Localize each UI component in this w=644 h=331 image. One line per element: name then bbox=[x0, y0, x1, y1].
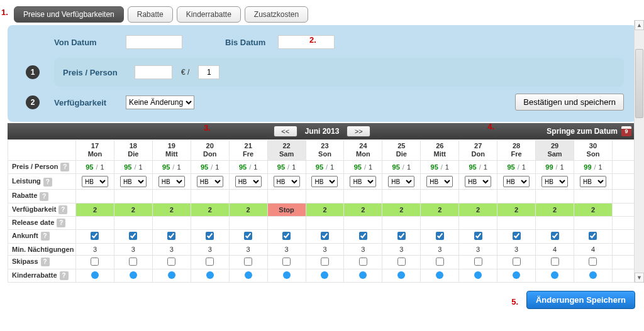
grid-cell[interactable]: 95/1 bbox=[344, 161, 382, 174]
grid-cell[interactable]: 3 bbox=[497, 243, 536, 255]
service-select[interactable]: HB bbox=[311, 176, 338, 187]
scroll-thumb[interactable] bbox=[635, 49, 643, 118]
grid-cell[interactable]: 2 bbox=[382, 203, 421, 216]
service-select[interactable]: HB bbox=[235, 176, 262, 187]
grid-cell[interactable] bbox=[267, 269, 306, 282]
grid-cell[interactable]: 95/1 bbox=[152, 161, 191, 174]
grid-cell[interactable]: 95/1 bbox=[421, 161, 459, 174]
grid-cell[interactable]: 99/1 bbox=[574, 161, 612, 174]
grid-cell[interactable]: HB bbox=[152, 174, 191, 190]
grid-cell[interactable]: 95/1 bbox=[459, 161, 497, 174]
arrival-checkbox[interactable] bbox=[436, 232, 444, 240]
grid-cell[interactable] bbox=[267, 229, 306, 243]
arrival-checkbox[interactable] bbox=[91, 232, 99, 240]
grid-cell[interactable]: 2 bbox=[191, 203, 229, 216]
grid-cell[interactable] bbox=[229, 255, 267, 269]
grid-cell[interactable] bbox=[574, 255, 612, 269]
service-select[interactable]: HB bbox=[503, 176, 530, 187]
grid-cell[interactable]: 2 bbox=[114, 203, 152, 216]
grid-cell[interactable] bbox=[76, 229, 114, 243]
grid-cell[interactable]: 3 bbox=[344, 243, 382, 255]
skipass-checkbox[interactable] bbox=[91, 258, 99, 266]
help-icon[interactable]: ? bbox=[60, 163, 69, 171]
tab-prices-availability[interactable]: Preise und Verfügbarkeiten bbox=[14, 6, 124, 23]
grid-cell[interactable]: Stop bbox=[267, 203, 306, 216]
service-select[interactable]: HB bbox=[274, 176, 300, 187]
grid-cell[interactable] bbox=[114, 255, 152, 269]
grid-cell[interactable]: HB bbox=[229, 174, 267, 190]
grid-cell[interactable] bbox=[191, 269, 229, 282]
help-icon[interactable]: ? bbox=[41, 258, 50, 266]
arrival-checkbox[interactable] bbox=[359, 232, 367, 240]
grid-cell[interactable]: 95/1 bbox=[76, 161, 114, 174]
next-month-button[interactable]: >> bbox=[347, 126, 370, 137]
grid-cell[interactable]: 95/1 bbox=[114, 161, 152, 174]
grid-cell[interactable] bbox=[421, 255, 459, 269]
service-select[interactable]: HB bbox=[197, 176, 223, 187]
grid-cell[interactable]: HB bbox=[76, 174, 114, 190]
grid-cell[interactable] bbox=[459, 255, 497, 269]
skipass-checkbox[interactable] bbox=[129, 258, 137, 266]
jump-to-date[interactable]: Springe zum Datum 9 bbox=[547, 126, 631, 136]
grid-cell[interactable] bbox=[114, 229, 152, 243]
grid-cell[interactable] bbox=[191, 255, 229, 269]
help-icon[interactable]: ? bbox=[60, 271, 69, 280]
scroll-down-arrow-icon[interactable]: ▼ bbox=[635, 273, 644, 283]
arrival-checkbox[interactable] bbox=[206, 232, 214, 240]
grid-cell[interactable] bbox=[152, 255, 191, 269]
scroll-up-arrow-icon[interactable]: ▲ bbox=[635, 20, 644, 30]
grid-cell[interactable] bbox=[76, 269, 114, 282]
grid-cell[interactable]: 3 bbox=[459, 243, 497, 255]
save-changes-button[interactable]: Änderungen Speichern bbox=[526, 291, 635, 309]
grid-cell[interactable]: 4 bbox=[574, 243, 612, 255]
occupancy-input[interactable] bbox=[198, 65, 219, 79]
grid-cell[interactable] bbox=[497, 269, 536, 282]
grid-cell[interactable]: HB bbox=[306, 174, 344, 190]
tab-extras[interactable]: Zusatzkosten bbox=[245, 6, 308, 23]
service-select[interactable]: HB bbox=[465, 176, 491, 187]
grid-cell[interactable]: 3 bbox=[152, 243, 191, 255]
availability-select[interactable]: Keine Änderung bbox=[126, 95, 194, 109]
skipass-checkbox[interactable] bbox=[436, 258, 444, 266]
grid-cell[interactable] bbox=[497, 255, 536, 269]
grid-cell[interactable] bbox=[152, 229, 191, 243]
grid-cell[interactable]: 3 bbox=[382, 243, 421, 255]
grid-cell[interactable]: 4 bbox=[536, 243, 574, 255]
grid-cell[interactable]: HB bbox=[114, 174, 152, 190]
arrival-checkbox[interactable] bbox=[589, 232, 597, 240]
grid-cell[interactable]: 2 bbox=[152, 203, 191, 216]
service-select[interactable]: HB bbox=[350, 176, 376, 187]
grid-cell[interactable]: HB bbox=[536, 174, 574, 190]
grid-cell[interactable]: 2 bbox=[229, 203, 267, 216]
arrival-checkbox[interactable] bbox=[282, 232, 291, 240]
grid-cell[interactable]: 2 bbox=[497, 203, 536, 216]
service-select[interactable]: HB bbox=[541, 176, 568, 187]
grid-cell[interactable]: HB bbox=[497, 174, 536, 190]
service-select[interactable]: HB bbox=[426, 176, 453, 187]
grid-cell[interactable]: 2 bbox=[574, 203, 612, 216]
grid-cell[interactable] bbox=[382, 255, 421, 269]
service-select[interactable]: HB bbox=[82, 176, 108, 187]
grid-cell[interactable]: HB bbox=[459, 174, 497, 190]
grid-cell[interactable]: 3 bbox=[267, 243, 306, 255]
grid-cell[interactable]: HB bbox=[344, 174, 382, 190]
grid-cell[interactable]: 2 bbox=[76, 203, 114, 216]
confirm-save-button[interactable]: Bestätigen und speichern bbox=[515, 94, 624, 111]
grid-cell[interactable] bbox=[497, 229, 536, 243]
grid-cell[interactable] bbox=[229, 229, 267, 243]
grid-cell[interactable] bbox=[421, 269, 459, 282]
grid-cell[interactable]: 2 bbox=[344, 203, 382, 216]
grid-cell[interactable] bbox=[306, 269, 344, 282]
grid-cell[interactable]: 2 bbox=[421, 203, 459, 216]
skipass-checkbox[interactable] bbox=[397, 258, 406, 266]
grid-cell[interactable] bbox=[459, 269, 497, 282]
arrival-checkbox[interactable] bbox=[167, 232, 175, 240]
grid-cell[interactable] bbox=[152, 269, 191, 282]
arrival-checkbox[interactable] bbox=[129, 232, 137, 240]
skipass-checkbox[interactable] bbox=[167, 258, 175, 266]
grid-cell[interactable] bbox=[382, 229, 421, 243]
grid-cell[interactable]: 2 bbox=[459, 203, 497, 216]
grid-cell[interactable]: 95/1 bbox=[497, 161, 536, 174]
grid-cell[interactable] bbox=[459, 229, 497, 243]
prev-month-button[interactable]: << bbox=[274, 126, 297, 137]
